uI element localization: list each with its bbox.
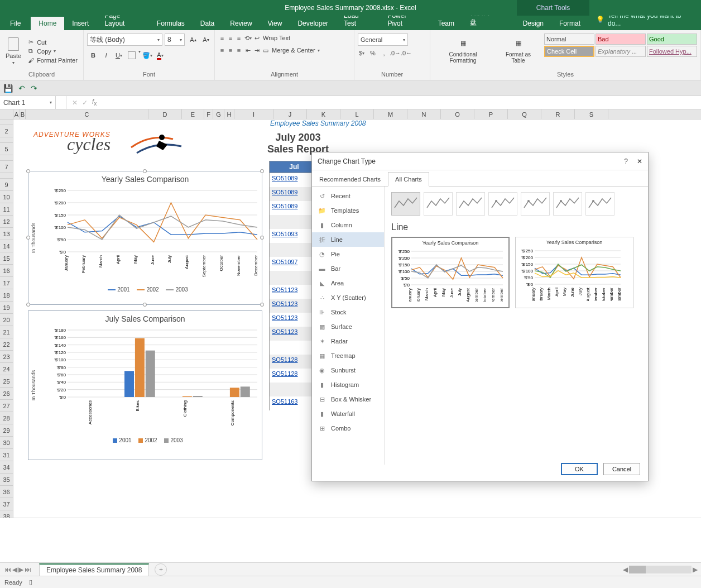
sheet-nav-prev-icon[interactable]: ◀ [12,566,17,573]
column-header[interactable]: P [474,109,508,119]
sheet-nav-next-icon[interactable]: ▶ [18,566,23,573]
sales-order-link[interactable]: SO51123 [272,300,297,307]
font-size-combo[interactable]: 8▾ [165,34,185,46]
font-color-button[interactable]: A▾ [154,49,166,61]
font-name-combo[interactable]: 等线 (Body)▾ [87,34,162,46]
row-header[interactable]: 5 [0,143,13,155]
row-header[interactable]: 12 [0,216,13,228]
chart-type-recent[interactable]: ↺Recent [312,189,384,203]
row-header[interactable]: 7 [0,161,13,173]
column-header[interactable]: D [148,109,182,119]
column-header[interactable]: M [374,109,407,119]
chart-subtype-0[interactable] [391,192,420,216]
sheet-tab-active[interactable]: Employee Sales Summary 2008 [39,563,149,576]
column-header[interactable]: N [407,109,441,119]
name-box[interactable]: Chart 1▾ [0,96,56,109]
row-header[interactable]: 2 [0,125,13,137]
increase-font-button[interactable]: A▴ [187,34,199,46]
chart-plot-area[interactable]: '$'0'$'20'$'40'$'60'$'80'$'100'$'120'$'1… [28,324,263,436]
row-header[interactable]: 18 [0,289,13,302]
chart-type-waterfall[interactable]: ▮Waterfall [312,407,384,421]
row-headers[interactable]: 2579101112131415161718192021222324252627… [0,119,13,518]
wrap-text-button[interactable]: ↩Wrap Text [253,34,290,42]
style-followed-hyperlink[interactable]: Followed Hyp... [647,46,697,57]
tab-all-charts[interactable]: All Charts [388,172,429,187]
decrease-font-button[interactable]: A▾ [200,34,212,46]
chart-july-sales[interactable]: July Sales Comparison In Thousands '$'0'… [28,310,262,460]
decrease-indent-button[interactable]: ⇤ [244,46,252,54]
row-header[interactable]: 26 [0,388,13,400]
select-all-triangle[interactable] [0,109,13,119]
underline-button[interactable]: U▾ [113,49,125,61]
percent-button[interactable]: % [369,49,377,57]
column-header[interactable]: B [20,109,26,119]
conditional-formatting-button[interactable]: ▦ Conditional Formatting [434,34,492,66]
sales-order-link[interactable]: SO51089 [272,175,297,181]
row-header[interactable]: 15 [0,252,13,265]
ok-button[interactable]: OK [561,463,598,475]
chart-type-column[interactable]: ▮Column [312,218,384,232]
chart-type-line[interactable]: 折Line [312,232,384,247]
row-header[interactable]: 14 [0,240,13,252]
chart-yearly-sales[interactable]: Yearly Sales Comparison In Thousands '$'… [28,171,262,305]
scroll-right-icon[interactable]: ▶ [693,566,698,573]
row-header[interactable]: 11 [0,203,13,216]
row-header[interactable] [0,137,13,143]
chart-type-sunburst[interactable]: ◉Sunburst [312,363,384,377]
column-header[interactable]: C [26,109,148,119]
row-header[interactable]: 30 [0,437,13,449]
column-header[interactable]: H [224,109,234,119]
tab-data[interactable]: Data [193,17,222,30]
column-header[interactable]: F [204,109,213,119]
tab-home[interactable]: Home [31,17,64,30]
style-explanatory[interactable]: Explanatory ... [596,46,646,57]
column-header[interactable]: J [273,109,307,119]
cut-button[interactable]: ✂Cut [27,38,78,47]
save-button[interactable]: 💾 [3,84,13,93]
column-header[interactable]: A [13,109,20,119]
chart-title[interactable]: July Sales Comparison [28,311,262,324]
row-header[interactable]: 35 [0,474,13,486]
sales-order-link[interactable]: SO51163 [272,398,297,405]
row-header[interactable]: 10 [0,191,13,203]
sheet-nav-first-icon[interactable]: ⏮ [4,566,11,573]
column-header[interactable]: K [307,109,340,119]
tab-formulas[interactable]: Formulas [149,17,193,30]
style-good[interactable]: Good [647,34,697,45]
sales-order-link[interactable]: SO51089 [272,189,297,195]
align-left-button[interactable]: ≡ [218,46,226,54]
column-header[interactable]: Q [508,109,541,119]
chart-subtype-4[interactable] [521,192,550,216]
tab-view[interactable]: View [260,17,290,30]
row-header[interactable]: 20 [0,314,13,326]
sales-order-link[interactable]: SO51093 [272,231,297,237]
chart-type-surface[interactable]: ▩Surface [312,319,384,334]
scroll-left-icon[interactable]: ◀ [623,566,628,573]
increase-indent-button[interactable]: ⇥ [253,46,261,54]
tab-review[interactable]: Review [222,17,260,30]
row-header[interactable]: 34 [0,461,13,474]
chart-subtype-2[interactable] [456,192,485,216]
row-header[interactable]: 31 [0,449,13,461]
row-header[interactable]: 25 [0,375,13,388]
chart-subtype-6[interactable] [585,192,614,216]
column-header[interactable]: E [182,109,204,119]
chart-type-pie[interactable]: ◔Pie [312,247,384,261]
row-header[interactable]: 36 [0,486,13,498]
chart-type-treemap[interactable]: ▦Treemap [312,348,384,363]
chart-type-box-whisker[interactable]: ⊟Box & Whisker [312,392,384,407]
format-painter-button[interactable]: 🖌Format Painter [27,56,78,65]
chart-preview-1[interactable]: Yearly Sales Comparison '$'0'$'50'$'100'… [391,237,510,308]
chart-type-bar[interactable]: ▬Bar [312,261,384,276]
tab-team[interactable]: Team [430,17,462,30]
style-normal[interactable]: Normal [544,34,594,45]
chart-legend[interactable]: 2001 2002 2003 [28,436,262,443]
chart-type-histogram[interactable]: ▮Histogram [312,377,384,392]
cell-styles-gallery[interactable]: Normal Bad Good Check Cell Explanatory .… [544,34,697,57]
chart-type-list[interactable]: ↺Recent📁Templates▮Column折Line◔Pie▬Bar◣Ar… [312,187,385,465]
row-header[interactable]: 17 [0,277,13,289]
sales-order-link[interactable]: SO51128 [272,370,297,377]
sheet-nav-last-icon[interactable]: ⏭ [25,566,31,573]
row-header[interactable]: 21 [0,326,13,338]
row-header[interactable]: 22 [0,338,13,351]
